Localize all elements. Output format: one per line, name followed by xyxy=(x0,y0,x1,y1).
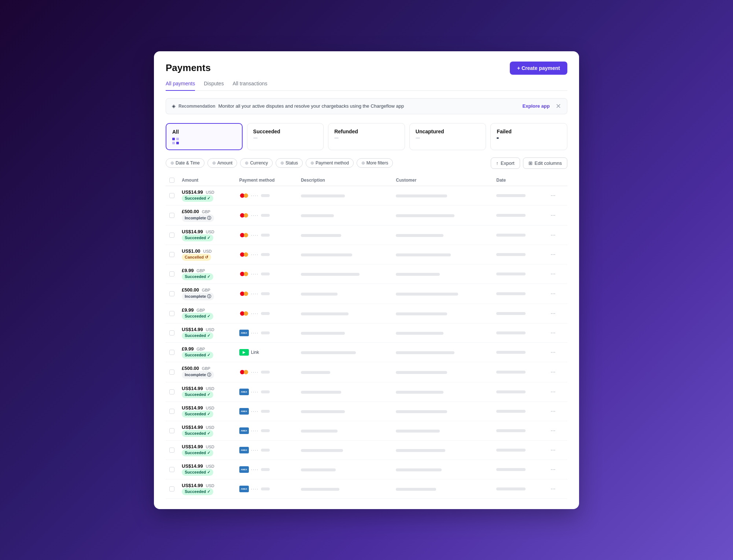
cell-date xyxy=(493,186,545,205)
row-more-button[interactable]: ··· xyxy=(549,446,557,454)
filter-card-uncaptured[interactable]: Uncaptured xyxy=(409,123,486,150)
customer-redacted xyxy=(396,351,454,354)
filter-cards: All Succeeded Refunded Uncaptured Failed xyxy=(166,123,567,150)
cell-payment-method: AMEX···· xyxy=(236,323,297,342)
row-checkbox-3[interactable] xyxy=(169,252,174,257)
row-checkbox-14[interactable] xyxy=(169,467,174,472)
cell-more: ··· xyxy=(545,421,567,440)
customer-redacted xyxy=(396,488,436,491)
filter-more[interactable]: ⊕ More filters xyxy=(357,158,393,168)
row-more-button[interactable]: ··· xyxy=(549,251,557,259)
row-checkbox-13[interactable] xyxy=(169,448,174,453)
table-row: US$14.99 USD Succeeded ✓ AMEX···· ··· xyxy=(166,479,567,498)
cell-amount: £9.99 GBP Succeeded ✓ xyxy=(178,304,236,323)
cell-description xyxy=(297,205,392,225)
filter-card-succeeded[interactable]: Succeeded xyxy=(247,123,324,150)
row-checkbox-15[interactable] xyxy=(169,486,174,492)
filter-currency[interactable]: ⊕ Currency xyxy=(240,158,273,168)
table-row: US$14.99 USD Succeeded ✓ ···· ··· xyxy=(166,225,567,245)
customer-redacted xyxy=(396,214,454,217)
mastercard-icon xyxy=(239,251,249,258)
card-dots: ···· xyxy=(251,193,259,198)
date-redacted xyxy=(496,429,526,432)
card-last4 xyxy=(261,214,270,217)
filter-failed-label: Failed xyxy=(497,129,561,134)
amount-value: £500.00 xyxy=(182,366,199,371)
row-more-button[interactable]: ··· xyxy=(549,368,557,376)
customer-redacted xyxy=(396,194,447,197)
description-redacted xyxy=(301,410,345,413)
tab-disputes[interactable]: Disputes xyxy=(204,81,224,91)
row-more-button[interactable]: ··· xyxy=(549,270,557,278)
cell-date xyxy=(493,323,545,342)
export-button[interactable]: ↑ Export xyxy=(491,157,520,169)
tab-all-payments[interactable]: All payments xyxy=(166,81,195,91)
row-more-button[interactable]: ··· xyxy=(549,231,557,239)
amex-icon: AMEX xyxy=(239,389,249,395)
status-badge: Succeeded ✓ xyxy=(182,313,213,320)
card-dots: ···· xyxy=(251,311,259,316)
create-payment-button[interactable]: + Create payment xyxy=(510,62,567,75)
cell-amount: £9.99 GBP Succeeded ✓ xyxy=(178,264,236,283)
description-redacted xyxy=(301,371,330,374)
filter-card-failed[interactable]: Failed xyxy=(490,123,567,150)
explore-app-link[interactable]: Explore app xyxy=(523,103,550,109)
row-more-button[interactable]: ··· xyxy=(549,192,557,200)
row-more-button[interactable]: ··· xyxy=(549,466,557,474)
status-badge: Succeeded ✓ xyxy=(182,391,213,398)
row-checkbox-1[interactable] xyxy=(169,213,174,218)
row-checkbox-7[interactable] xyxy=(169,330,174,335)
row-more-button[interactable]: ··· xyxy=(549,211,557,219)
cell-customer xyxy=(392,421,493,440)
row-more-button[interactable]: ··· xyxy=(549,348,557,356)
row-more-button[interactable]: ··· xyxy=(549,485,557,493)
row-more-button[interactable]: ··· xyxy=(549,309,557,318)
cell-description xyxy=(297,323,392,342)
cell-more: ··· xyxy=(545,460,567,479)
edit-columns-icon: ⊞ xyxy=(528,160,533,166)
date-redacted xyxy=(496,253,526,256)
row-checkbox-6[interactable] xyxy=(169,311,174,316)
filter-amount[interactable]: ⊕ Amount xyxy=(207,158,237,168)
row-checkbox-8[interactable] xyxy=(169,350,174,355)
select-all-checkbox[interactable] xyxy=(169,178,174,183)
row-more-button[interactable]: ··· xyxy=(549,329,557,337)
currency-value: USD xyxy=(206,445,214,449)
filter-card-all[interactable]: All xyxy=(166,123,243,150)
tab-all-transactions[interactable]: All transactions xyxy=(233,81,268,91)
row-more-button[interactable]: ··· xyxy=(549,407,557,415)
date-redacted xyxy=(496,487,526,490)
edit-columns-button[interactable]: ⊞ Edit columns xyxy=(523,157,567,169)
row-checkbox-9[interactable] xyxy=(169,370,174,375)
row-more-button[interactable]: ··· xyxy=(549,427,557,435)
card-dots: ···· xyxy=(251,213,259,218)
currency-value: USD xyxy=(206,406,214,410)
filter-card-refunded[interactable]: Refunded xyxy=(328,123,405,150)
cell-customer xyxy=(392,342,493,362)
row-more-button[interactable]: ··· xyxy=(549,290,557,298)
amount-value: US$14.99 xyxy=(182,229,203,234)
filters-right: ↑ Export ⊞ Edit columns xyxy=(491,157,568,169)
row-checkbox-2[interactable] xyxy=(169,233,174,238)
row-checkbox-11[interactable] xyxy=(169,409,174,414)
banner-close-button[interactable]: ✕ xyxy=(556,103,561,110)
row-checkbox-12[interactable] xyxy=(169,428,174,433)
cell-customer xyxy=(392,382,493,401)
customer-redacted xyxy=(396,391,443,394)
cell-description xyxy=(297,245,392,264)
amount-value: £500.00 xyxy=(182,287,199,293)
row-checkbox-10[interactable] xyxy=(169,389,174,394)
page-header: Payments + Create payment xyxy=(166,62,567,75)
date-redacted xyxy=(496,410,526,413)
table-row: US$14.99 USD Succeeded ✓ AMEX···· ··· xyxy=(166,421,567,440)
table-row: US$14.99 USD Succeeded ✓ AMEX···· ··· xyxy=(166,440,567,460)
row-checkbox-0[interactable] xyxy=(169,193,174,198)
filter-status[interactable]: ⊕ Status xyxy=(276,158,303,168)
row-checkbox-4[interactable] xyxy=(169,271,174,277)
currency-value: GBP xyxy=(196,268,205,273)
filter-datetime[interactable]: ⊕ Date & Time xyxy=(166,158,205,168)
filter-payment-method[interactable]: ⊕ Payment method xyxy=(306,158,354,168)
row-more-button[interactable]: ··· xyxy=(549,388,557,396)
row-checkbox-5[interactable] xyxy=(169,291,174,296)
date-redacted xyxy=(496,312,526,315)
